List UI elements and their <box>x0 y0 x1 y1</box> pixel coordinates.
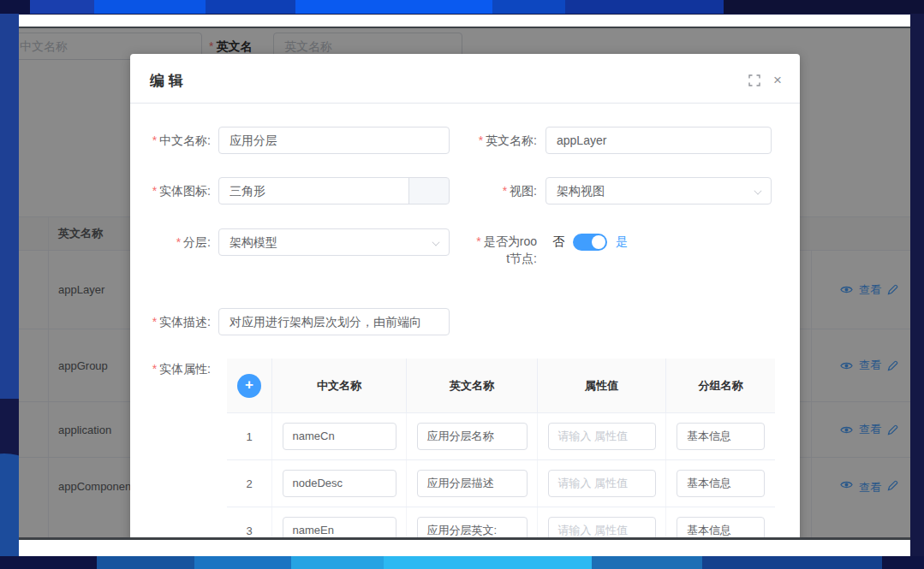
attr-en-field[interactable]: 应用分层描述 <box>417 470 528 497</box>
attr-en-field[interactable]: 应用分层英文: <box>417 517 528 540</box>
required-marker: * <box>479 133 483 147</box>
entity-desc-field[interactable]: 对应用进行架构层次划分，由前端向 <box>218 308 450 335</box>
screenshot-card: 中文名称 *英文名 英文名称 英文名称 appLayer 查看 appGroup <box>19 15 910 556</box>
required-marker: * <box>476 234 480 248</box>
frame-top-band <box>0 0 924 14</box>
attr-cn-field[interactable]: nameCn <box>283 423 396 450</box>
toggle-knob <box>592 235 605 249</box>
layer-label: *分层: <box>130 228 211 256</box>
is-root-toggle[interactable] <box>573 234 607 251</box>
is-root-label-line2: t节点: <box>506 252 537 265</box>
dialog-title: 编辑 <box>150 71 188 91</box>
required-marker: * <box>176 235 181 249</box>
en-name-field[interactable]: appLayer <box>545 127 772 154</box>
form-row: *实体图标: 三角形 *视图: 架构视图 <box>130 177 800 204</box>
attr-row: 3 nameEn 应用分层英文: 请输入 属性值 基本信息 <box>227 507 775 540</box>
attr-group-field[interactable]: 基本信息 <box>677 517 765 540</box>
required-marker: * <box>152 362 157 376</box>
required-marker: * <box>503 184 507 198</box>
cn-name-label: *中文名称: <box>130 127 211 154</box>
is-root-label: *是否为roo t节点: <box>456 233 537 267</box>
frame-bottom-band <box>0 556 924 569</box>
col-header-value: 属性值 <box>538 359 666 412</box>
col-header-group: 分组名称 <box>666 359 775 412</box>
en-name-label: *英文名称: <box>456 127 537 154</box>
entity-icon-field[interactable]: 三角形 <box>218 177 450 204</box>
add-attr-button[interactable]: + <box>237 374 261 398</box>
entity-desc-label: *实体描述: <box>130 308 211 335</box>
row-index: 3 <box>246 525 252 537</box>
attr-row: 1 nameCn 应用分层名称 请输入 属性值 基本信息 <box>227 413 775 460</box>
attr-group-field[interactable]: 基本信息 <box>677 470 765 497</box>
view-select[interactable]: 架构视图 <box>545 177 772 204</box>
view-label: *视图: <box>456 177 537 204</box>
icon-picker-button[interactable] <box>408 177 450 204</box>
cn-name-field[interactable]: 应用分层 <box>218 127 450 154</box>
add-column-header: + <box>227 359 272 412</box>
edit-dialog: 编辑 × *中文名称: 应用分层 *英文名称: appLayer *实体图标: … <box>130 54 800 540</box>
entity-icon-label: *实体图标: <box>130 177 211 204</box>
col-header-en: 英文名称 <box>407 359 538 412</box>
form-row: *中文名称: 应用分层 *英文名称: appLayer <box>130 127 800 154</box>
col-header-cn: 中文名称 <box>272 359 407 412</box>
switch-on-label: 是 <box>616 234 628 250</box>
form-row: *分层: 架构模型 *是否为roo t节点: 否 是 <box>130 228 800 276</box>
attr-cn-field[interactable]: nameEn <box>283 517 396 540</box>
is-root-control: 否 是 <box>552 228 628 256</box>
header-divider <box>130 103 800 104</box>
attr-value-field[interactable]: 请输入 属性值 <box>548 470 656 497</box>
attr-en-field[interactable]: 应用分层名称 <box>417 423 528 450</box>
switch-off-label: 否 <box>552 234 564 250</box>
row-index: 1 <box>246 430 252 443</box>
chevron-down-icon <box>432 239 439 246</box>
required-marker: * <box>152 133 157 147</box>
attr-table-header: + 中文名称 英文名称 属性值 分组名称 <box>227 359 775 413</box>
fullscreen-icon[interactable] <box>748 74 762 88</box>
app-window: 中文名称 *英文名 英文名称 英文名称 appLayer 查看 appGroup <box>19 27 910 540</box>
required-marker: * <box>152 184 157 198</box>
chevron-down-icon <box>754 187 761 194</box>
attr-cn-field[interactable]: nodeDesc <box>283 470 396 497</box>
attr-value-field[interactable]: 请输入 属性值 <box>548 517 656 540</box>
entity-attrs-label: *实体属性: <box>130 355 211 382</box>
attr-row: 2 nodeDesc 应用分层描述 请输入 属性值 基本信息 <box>227 460 775 507</box>
layer-select[interactable]: 架构模型 <box>218 228 450 256</box>
attr-group-field[interactable]: 基本信息 <box>677 423 765 450</box>
form-row: *实体描述: 对应用进行架构层次划分，由前端向 <box>130 308 800 335</box>
attr-value-field[interactable]: 请输入 属性值 <box>548 423 656 450</box>
attr-table: + 中文名称 英文名称 属性值 分组名称 1 nameCn 应用分层名称 请输入… <box>227 359 775 540</box>
required-marker: * <box>152 315 157 329</box>
row-index: 2 <box>246 477 252 490</box>
close-icon[interactable]: × <box>771 74 784 88</box>
